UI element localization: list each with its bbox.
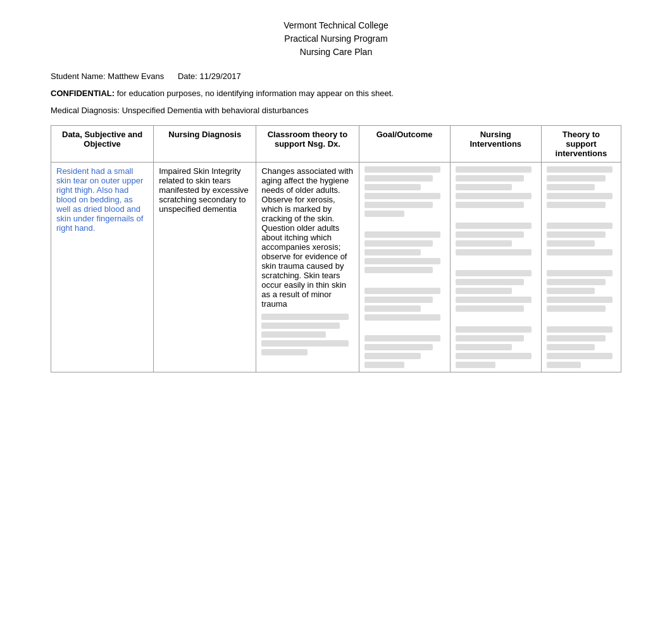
blur-line — [364, 297, 433, 303]
header-line2: Practical Nursing Program — [51, 32, 621, 46]
blur-line — [456, 335, 524, 341]
col-header-theory: Theory to support interventions — [541, 126, 621, 163]
blur-line — [547, 279, 606, 285]
blur-line — [364, 267, 433, 273]
blur-line — [456, 279, 524, 285]
blur-line — [364, 314, 441, 321]
blur-line — [456, 249, 532, 255]
col-header-interventions: Nursing Interventions — [450, 126, 541, 163]
blur-line — [364, 166, 441, 173]
blur-line — [456, 166, 532, 173]
blur-line — [456, 193, 532, 199]
student-name-label: Student Name: — [51, 71, 106, 81]
blur-line — [547, 305, 606, 312]
blur-line — [547, 353, 613, 359]
cell-nursing-dx: Impaired Skin Integrity related to skin … — [154, 163, 256, 372]
classroom-theory-text: Changes associated with aging affect the… — [261, 166, 353, 309]
student-info: Student Name: Matthew Evans Date: 11/29/… — [51, 71, 621, 81]
blur-line — [364, 193, 441, 199]
blur-line — [364, 202, 433, 208]
diagnosis-value: Unspecified Dementia with behavioral dis… — [122, 106, 309, 115]
blur-line — [456, 223, 532, 229]
blur-line — [547, 249, 613, 255]
blur-line — [547, 326, 613, 333]
blur-line — [456, 326, 532, 333]
blur-line — [261, 349, 308, 355]
goal-blurred — [364, 166, 445, 368]
blur-line — [456, 288, 512, 294]
confidential-notice: CONFIDENTIAL: for education purposes, no… — [51, 89, 621, 98]
nursing-dx-text: Impaired Skin Integrity related to skin … — [159, 166, 249, 214]
classroom-blurred — [261, 314, 353, 355]
blur-line — [456, 175, 524, 181]
blur-line — [547, 193, 613, 199]
blur-line — [364, 362, 405, 368]
confidential-text: for education purposes, no identifying i… — [117, 89, 394, 98]
col-header-data: Data, Subjective and Objective — [51, 126, 154, 163]
cell-theory — [541, 163, 621, 372]
blur-line — [456, 305, 524, 312]
medical-diagnosis: Medical Diagnosis: Unspecified Dementia … — [51, 106, 621, 115]
blur-line — [547, 202, 606, 208]
blur-line — [456, 184, 512, 190]
blur-line — [456, 362, 496, 368]
blur-line — [261, 331, 326, 338]
header-line3: Nursing Care Plan — [51, 46, 621, 59]
blur-line — [547, 297, 613, 303]
col-header-classroom: Classroom theory to support Nsg. Dx. — [256, 126, 359, 163]
cell-classroom-theory: Changes associated with aging affect the… — [256, 163, 359, 372]
blur-line — [456, 353, 532, 359]
blur-line — [547, 240, 595, 247]
blur-line — [456, 202, 524, 208]
blur-line — [364, 353, 421, 359]
blur-line — [456, 297, 532, 303]
header-line1: Vermont Technical College — [51, 19, 621, 32]
blur-line — [364, 335, 441, 341]
interventions-blurred — [456, 166, 536, 368]
blur-line — [547, 231, 606, 238]
table-row: Resident had a small skin tear on outer … — [51, 163, 621, 372]
blur-line — [261, 340, 349, 347]
col-header-nursing-dx: Nursing Diagnosis — [154, 126, 256, 163]
blur-line — [364, 240, 433, 247]
blur-line — [364, 344, 433, 350]
blur-line — [456, 344, 512, 350]
blur-line — [547, 166, 613, 173]
blur-line — [261, 314, 349, 320]
blur-line — [456, 231, 524, 238]
blur-line — [364, 175, 433, 181]
student-name-value: Matthew Evans — [108, 71, 164, 81]
blur-line — [547, 335, 606, 341]
blur-line — [364, 211, 405, 217]
student-date-label: Date: — [178, 71, 197, 81]
care-plan-table: Data, Subjective and Objective Nursing D… — [51, 125, 621, 372]
page-header: Vermont Technical College Practical Nurs… — [51, 19, 621, 59]
cell-data: Resident had a small skin tear on outer … — [51, 163, 154, 372]
blur-line — [456, 240, 512, 247]
confidential-label: CONFIDENTIAL: — [51, 89, 115, 98]
cell-interventions — [450, 163, 541, 372]
blur-line — [364, 288, 441, 294]
blur-line — [261, 323, 339, 329]
blur-line — [456, 270, 532, 276]
blur-line — [547, 270, 613, 276]
blur-line — [547, 175, 606, 181]
student-date-value: 11/29/2017 — [200, 71, 241, 81]
theory-blurred — [547, 166, 616, 368]
blur-line — [364, 184, 421, 190]
data-blue-text: Resident had a small skin tear on outer … — [56, 166, 143, 233]
blur-line — [364, 258, 441, 264]
cell-goal — [359, 163, 450, 372]
blur-line — [547, 362, 582, 368]
diagnosis-label: Medical Diagnosis: — [51, 106, 120, 115]
col-header-goal: Goal/Outcome — [359, 126, 450, 163]
blur-line — [547, 344, 595, 350]
blur-line — [547, 184, 595, 190]
page-container: Vermont Technical College Practical Nurs… — [0, 0, 672, 391]
blur-line — [364, 249, 421, 255]
blur-line — [364, 305, 421, 312]
blur-line — [364, 231, 441, 238]
blur-line — [547, 223, 613, 229]
blur-line — [547, 288, 595, 294]
